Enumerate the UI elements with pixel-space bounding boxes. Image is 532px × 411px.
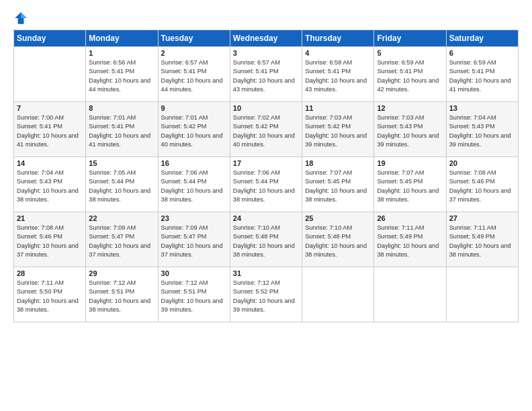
calendar-cell: 10Sunrise: 7:02 AM Sunset: 5:42 PM Dayli… <box>230 102 302 157</box>
header-row <box>13 11 519 27</box>
calendar-cell: 21Sunrise: 7:08 AM Sunset: 5:46 PM Dayli… <box>14 212 86 267</box>
day-number: 15 <box>89 159 154 167</box>
calendar-cell <box>446 267 518 322</box>
day-number: 13 <box>449 104 515 112</box>
calendar-page: SundayMondayTuesdayWednesdayThursdayFrid… <box>0 0 532 411</box>
calendar-cell: 2Sunrise: 6:57 AM Sunset: 5:41 PM Daylig… <box>158 47 230 102</box>
day-number: 2 <box>161 49 227 57</box>
calendar-cell: 24Sunrise: 7:10 AM Sunset: 5:48 PM Dayli… <box>230 212 302 267</box>
cell-content: Sunrise: 6:56 AM Sunset: 5:41 PM Dayligh… <box>89 58 154 94</box>
cell-content: Sunrise: 7:03 AM Sunset: 5:43 PM Dayligh… <box>377 113 443 149</box>
day-number: 8 <box>89 104 154 112</box>
calendar-week-row: 21Sunrise: 7:08 AM Sunset: 5:46 PM Dayli… <box>14 212 519 267</box>
cell-content: Sunrise: 7:10 AM Sunset: 5:48 PM Dayligh… <box>305 224 371 259</box>
weekday-header: Saturday <box>446 30 518 47</box>
logo <box>13 11 30 26</box>
cell-content: Sunrise: 7:00 AM Sunset: 5:41 PM Dayligh… <box>17 113 83 149</box>
calendar-cell: 19Sunrise: 7:07 AM Sunset: 5:45 PM Dayli… <box>374 157 446 212</box>
calendar-cell: 14Sunrise: 7:04 AM Sunset: 5:43 PM Dayli… <box>14 157 86 212</box>
cell-content: Sunrise: 7:03 AM Sunset: 5:42 PM Dayligh… <box>305 113 371 149</box>
weekday-header: Sunday <box>14 30 86 47</box>
cell-content: Sunrise: 6:58 AM Sunset: 5:41 PM Dayligh… <box>305 58 371 94</box>
day-number: 24 <box>233 214 299 222</box>
calendar-cell: 28Sunrise: 7:11 AM Sunset: 5:50 PM Dayli… <box>14 267 86 322</box>
calendar-cell: 20Sunrise: 7:08 AM Sunset: 5:46 PM Dayli… <box>446 157 518 212</box>
day-number: 1 <box>89 49 154 57</box>
calendar-cell: 22Sunrise: 7:09 AM Sunset: 5:47 PM Dayli… <box>86 212 158 267</box>
day-number: 20 <box>449 159 515 167</box>
cell-content: Sunrise: 7:09 AM Sunset: 5:47 PM Dayligh… <box>161 224 227 259</box>
calendar-cell: 1Sunrise: 6:56 AM Sunset: 5:41 PM Daylig… <box>86 47 158 102</box>
day-number: 28 <box>17 269 83 277</box>
calendar-cell: 9Sunrise: 7:01 AM Sunset: 5:42 PM Daylig… <box>158 102 230 157</box>
day-number: 30 <box>161 269 227 277</box>
cell-content: Sunrise: 7:06 AM Sunset: 5:44 PM Dayligh… <box>233 169 299 204</box>
calendar-cell: 12Sunrise: 7:03 AM Sunset: 5:43 PM Dayli… <box>374 102 446 157</box>
calendar-cell: 13Sunrise: 7:04 AM Sunset: 5:43 PM Dayli… <box>446 102 518 157</box>
calendar-week-row: 7Sunrise: 7:00 AM Sunset: 5:41 PM Daylig… <box>14 102 519 157</box>
calendar-cell: 3Sunrise: 6:57 AM Sunset: 5:41 PM Daylig… <box>230 47 302 102</box>
cell-content: Sunrise: 7:02 AM Sunset: 5:42 PM Dayligh… <box>233 113 299 149</box>
calendar-cell: 8Sunrise: 7:01 AM Sunset: 5:41 PM Daylig… <box>86 102 158 157</box>
weekday-header: Tuesday <box>158 30 230 47</box>
day-number: 26 <box>377 214 443 222</box>
cell-content: Sunrise: 6:59 AM Sunset: 5:41 PM Dayligh… <box>377 58 443 94</box>
cell-content: Sunrise: 7:06 AM Sunset: 5:44 PM Dayligh… <box>161 169 227 204</box>
calendar-cell: 5Sunrise: 6:59 AM Sunset: 5:41 PM Daylig… <box>374 47 446 102</box>
cell-content: Sunrise: 7:01 AM Sunset: 5:41 PM Dayligh… <box>89 113 154 149</box>
header-row-days: SundayMondayTuesdayWednesdayThursdayFrid… <box>14 30 519 47</box>
calendar-week-row: 1Sunrise: 6:56 AM Sunset: 5:41 PM Daylig… <box>14 47 519 102</box>
cell-content: Sunrise: 7:07 AM Sunset: 5:45 PM Dayligh… <box>377 169 443 204</box>
cell-content: Sunrise: 7:01 AM Sunset: 5:42 PM Dayligh… <box>161 113 227 149</box>
calendar-cell: 26Sunrise: 7:11 AM Sunset: 5:49 PM Dayli… <box>374 212 446 267</box>
cell-content: Sunrise: 7:10 AM Sunset: 5:48 PM Dayligh… <box>233 224 299 259</box>
calendar-cell: 7Sunrise: 7:00 AM Sunset: 5:41 PM Daylig… <box>14 102 86 157</box>
cell-content: Sunrise: 7:12 AM Sunset: 5:52 PM Dayligh… <box>233 279 299 314</box>
day-number: 4 <box>305 49 371 57</box>
calendar-cell: 23Sunrise: 7:09 AM Sunset: 5:47 PM Dayli… <box>158 212 230 267</box>
day-number: 29 <box>89 269 154 277</box>
cell-content: Sunrise: 6:59 AM Sunset: 5:41 PM Dayligh… <box>449 58 515 94</box>
cell-content: Sunrise: 7:08 AM Sunset: 5:46 PM Dayligh… <box>17 224 83 259</box>
weekday-header: Friday <box>374 30 446 47</box>
weekday-header: Thursday <box>302 30 374 47</box>
day-number: 16 <box>161 159 227 167</box>
cell-content: Sunrise: 7:07 AM Sunset: 5:45 PM Dayligh… <box>305 169 371 204</box>
day-number: 23 <box>161 214 227 222</box>
day-number: 10 <box>233 104 299 112</box>
cell-content: Sunrise: 7:11 AM Sunset: 5:49 PM Dayligh… <box>449 224 515 259</box>
day-number: 25 <box>305 214 371 222</box>
calendar-cell: 30Sunrise: 7:12 AM Sunset: 5:51 PM Dayli… <box>158 267 230 322</box>
weekday-header: Wednesday <box>230 30 302 47</box>
cell-content: Sunrise: 7:08 AM Sunset: 5:46 PM Dayligh… <box>449 169 515 204</box>
cell-content: Sunrise: 6:57 AM Sunset: 5:41 PM Dayligh… <box>233 58 299 94</box>
cell-content: Sunrise: 7:11 AM Sunset: 5:50 PM Dayligh… <box>17 279 83 314</box>
calendar-cell <box>14 47 86 102</box>
cell-content: Sunrise: 7:04 AM Sunset: 5:43 PM Dayligh… <box>17 169 83 204</box>
calendar-cell: 15Sunrise: 7:05 AM Sunset: 5:44 PM Dayli… <box>86 157 158 212</box>
calendar-week-row: 28Sunrise: 7:11 AM Sunset: 5:50 PM Dayli… <box>14 267 519 322</box>
day-number: 17 <box>233 159 299 167</box>
calendar-cell <box>302 267 374 322</box>
day-number: 3 <box>233 49 299 57</box>
day-number: 21 <box>17 214 83 222</box>
day-number: 12 <box>377 104 443 112</box>
calendar-cell <box>374 267 446 322</box>
calendar-cell: 29Sunrise: 7:12 AM Sunset: 5:51 PM Dayli… <box>86 267 158 322</box>
cell-content: Sunrise: 7:12 AM Sunset: 5:51 PM Dayligh… <box>89 279 154 314</box>
calendar-cell: 27Sunrise: 7:11 AM Sunset: 5:49 PM Dayli… <box>446 212 518 267</box>
calendar-cell: 17Sunrise: 7:06 AM Sunset: 5:44 PM Dayli… <box>230 157 302 212</box>
day-number: 18 <box>305 159 371 167</box>
calendar-cell: 25Sunrise: 7:10 AM Sunset: 5:48 PM Dayli… <box>302 212 374 267</box>
day-number: 19 <box>377 159 443 167</box>
day-number: 11 <box>305 104 371 112</box>
calendar-cell: 4Sunrise: 6:58 AM Sunset: 5:41 PM Daylig… <box>302 47 374 102</box>
cell-content: Sunrise: 7:09 AM Sunset: 5:47 PM Dayligh… <box>89 224 154 259</box>
calendar-cell: 31Sunrise: 7:12 AM Sunset: 5:52 PM Dayli… <box>230 267 302 322</box>
logo-icon <box>13 11 28 26</box>
calendar-cell: 11Sunrise: 7:03 AM Sunset: 5:42 PM Dayli… <box>302 102 374 157</box>
weekday-header: Monday <box>86 30 158 47</box>
svg-marker-1 <box>21 12 27 18</box>
day-number: 14 <box>17 159 83 167</box>
cell-content: Sunrise: 7:04 AM Sunset: 5:43 PM Dayligh… <box>449 113 515 149</box>
